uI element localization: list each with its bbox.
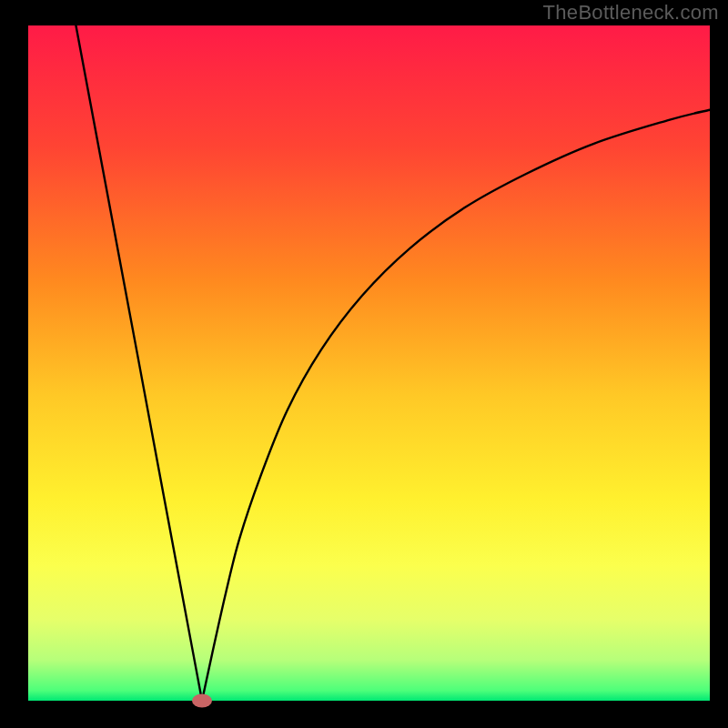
chart-container: { "watermark": "TheBottleneck.com", "cha…: [0, 0, 728, 728]
bottleneck-chart: [0, 0, 728, 728]
watermark-label: TheBottleneck.com: [543, 1, 719, 25]
optimum-marker: [192, 694, 212, 708]
plot-background: [28, 25, 710, 701]
